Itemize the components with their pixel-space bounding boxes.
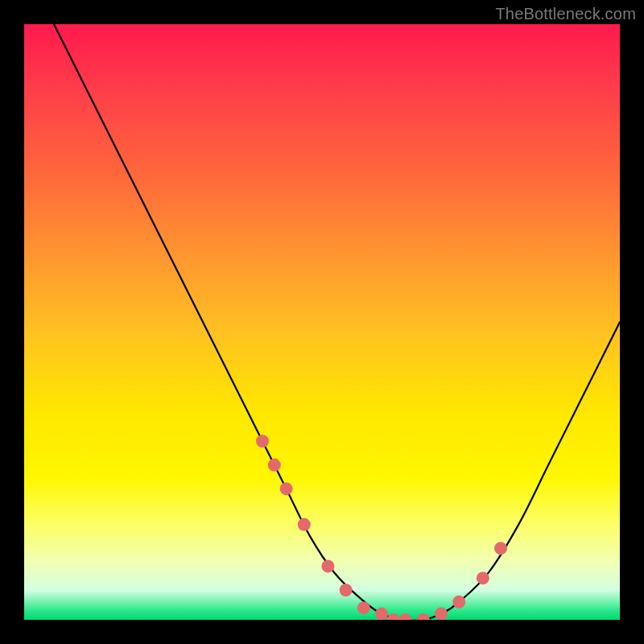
marker-dot [387, 613, 400, 620]
chart-svg [24, 24, 620, 620]
marker-dot [280, 482, 293, 495]
watermark-text: TheBottleneck.com [495, 5, 636, 23]
marker-dot [268, 459, 281, 472]
marker-dot [435, 608, 448, 620]
marker-dot [256, 435, 269, 448]
marker-dot [357, 601, 370, 614]
marker-dot [321, 559, 334, 572]
marker-dot [340, 584, 353, 597]
marker-dot [399, 613, 412, 620]
plot-area [24, 24, 620, 620]
bottleneck-curve-path [54, 24, 620, 620]
marker-dot [477, 572, 489, 584]
marker-dot [452, 596, 465, 609]
chart-frame: TheBottleneck.com [0, 0, 644, 644]
marker-dot [298, 518, 311, 531]
marker-dot [417, 613, 430, 620]
marker-dot [494, 542, 507, 555]
marker-dot [375, 608, 388, 620]
